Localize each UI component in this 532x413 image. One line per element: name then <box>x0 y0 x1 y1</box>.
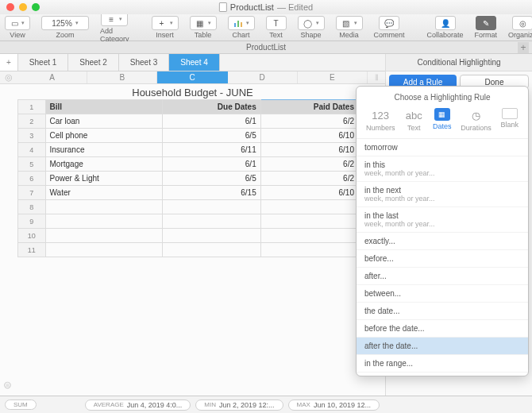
row-header[interactable]: 6 <box>18 172 46 186</box>
maximize-window[interactable] <box>32 3 40 11</box>
select-all-handle[interactable]: ◎ <box>0 71 17 83</box>
cell[interactable]: 6/1 <box>163 114 260 129</box>
cell[interactable] <box>260 200 358 214</box>
cell[interactable]: 6/5 <box>163 172 260 186</box>
row-header[interactable]: 10 <box>18 229 46 243</box>
rule-option[interactable]: in the range... <box>357 355 528 372</box>
rule-option[interactable]: the date... <box>357 303 528 320</box>
rule-option[interactable]: before the date... <box>357 320 528 338</box>
cell[interactable]: 6/11 <box>163 143 260 157</box>
view-button[interactable]: ▭▾ <box>5 16 30 30</box>
column-header-cell[interactable]: Paid Dates <box>260 100 358 114</box>
table-title[interactable]: Household Budget - JUNE <box>0 84 385 99</box>
cell[interactable]: 6/15 <box>163 186 260 200</box>
cell[interactable]: 6/10 <box>260 186 358 200</box>
cell[interactable]: Water <box>45 186 163 200</box>
cell[interactable]: Car loan <box>45 114 163 129</box>
row-header[interactable]: 9 <box>18 214 46 229</box>
cell[interactable]: 6/1 <box>163 157 260 172</box>
cell[interactable]: 6/10 <box>260 129 358 143</box>
brush-icon: ✎ <box>481 18 491 28</box>
cell[interactable] <box>45 214 163 229</box>
shape-button[interactable]: ◯▾ <box>298 16 325 30</box>
cell[interactable] <box>45 243 163 257</box>
cell[interactable]: Power & Light <box>45 172 163 186</box>
rule-option[interactable]: exactly... <box>357 233 528 250</box>
row-header[interactable]: 1 <box>18 100 46 114</box>
cell[interactable] <box>260 229 358 243</box>
media-button[interactable]: ▧▾ <box>336 16 363 30</box>
row-header[interactable]: 7 <box>18 186 46 200</box>
rule-option[interactable]: tomorrow <box>357 139 528 156</box>
column-header[interactable]: D <box>228 71 298 83</box>
cell[interactable]: Insurance <box>45 143 163 157</box>
rule-option[interactable]: between... <box>357 285 528 303</box>
scroll-handle[interactable]: ⦀ <box>368 71 385 83</box>
stat-max[interactable]: MAXJun 10, 2019 12... <box>288 399 380 411</box>
rule-option[interactable]: after the date... <box>357 338 528 355</box>
sheet-tab[interactable]: Sheet 3 <box>119 54 169 71</box>
rule-type-tab[interactable]: Blank <box>501 108 519 132</box>
cell[interactable] <box>45 200 163 214</box>
zoom-label: Zoom <box>56 31 74 39</box>
rule-option[interactable]: after... <box>357 268 528 285</box>
cell[interactable]: 6/5 <box>163 129 260 143</box>
row-header[interactable]: 5 <box>18 157 46 172</box>
row-header[interactable]: 8 <box>18 200 46 214</box>
rule-type-tab[interactable]: 123Numbers <box>366 108 395 132</box>
rule-type-tab[interactable]: abcText <box>404 108 423 132</box>
cell[interactable]: Cell phone <box>45 129 163 143</box>
row-header[interactable]: 4 <box>18 143 46 157</box>
cell[interactable] <box>260 243 358 257</box>
spreadsheet-table[interactable]: 1BillDue DatesPaid Dates2Car loan6/16/23… <box>17 99 359 257</box>
stat-min[interactable]: MINJun 2, 2019 12:... <box>195 399 283 411</box>
column-header[interactable]: B <box>87 71 157 83</box>
cell[interactable]: 6/2 <box>260 157 358 172</box>
rule-option[interactable]: before... <box>357 250 528 268</box>
column-header-cell[interactable]: Bill <box>45 100 163 114</box>
rule-type-tab[interactable]: ◷Durations <box>461 108 492 132</box>
column-header-cell[interactable]: Due Dates <box>163 100 260 114</box>
row-header[interactable]: 3 <box>18 129 46 143</box>
sheet-tab[interactable]: Sheet 1 <box>18 54 68 71</box>
rule-type-tab[interactable]: ▦Dates <box>433 108 452 132</box>
cell[interactable] <box>163 214 260 229</box>
add-sheet-corner[interactable]: + <box>518 42 529 53</box>
column-header[interactable]: E <box>298 71 368 83</box>
table-button[interactable]: ▦▾ <box>190 16 217 30</box>
add-row-handle[interactable]: ⊜ <box>3 379 12 391</box>
collaborate-button[interactable]: 👤 <box>435 16 456 30</box>
zoom-dropdown[interactable]: 125%▾ <box>41 16 89 30</box>
row-header[interactable]: 11 <box>18 243 46 257</box>
cell[interactable]: 6/2 <box>260 172 358 186</box>
stat-sum[interactable]: SUM <box>5 399 37 410</box>
cell[interactable] <box>45 229 163 243</box>
cell[interactable] <box>163 229 260 243</box>
cell[interactable]: Mortgage <box>45 157 163 172</box>
category-icon: ≡ <box>106 14 116 24</box>
insert-button[interactable]: +▾ <box>152 16 179 30</box>
edited-indicator: — Edited <box>277 2 313 12</box>
sheet-tab[interactable]: Sheet 2 <box>68 54 118 71</box>
rule-option[interactable]: in the lastweek, month or year... <box>357 207 528 233</box>
column-header[interactable]: C <box>157 71 227 83</box>
cell[interactable] <box>163 243 260 257</box>
minimize-window[interactable] <box>19 3 27 11</box>
row-header[interactable]: 2 <box>18 114 46 129</box>
cell[interactable] <box>260 214 358 229</box>
rule-option[interactable]: in thisweek, month or year... <box>357 156 528 182</box>
add-sheet-tab[interactable]: + <box>0 54 18 71</box>
rule-option[interactable]: in the nextweek, month or year... <box>357 182 528 207</box>
cell[interactable]: 6/10 <box>260 143 358 157</box>
text-button[interactable]: T <box>266 16 287 30</box>
comment-button[interactable]: 💬 <box>379 16 399 30</box>
sheet-tab[interactable]: Sheet 4 <box>169 54 219 71</box>
column-header[interactable]: A <box>17 71 87 83</box>
cell[interactable]: 6/2 <box>260 114 358 129</box>
organize-button[interactable]: ◎ <box>512 16 532 30</box>
format-button[interactable]: ✎ <box>476 16 496 30</box>
cell[interactable] <box>163 200 260 214</box>
close-window[interactable] <box>6 3 14 11</box>
stat-average[interactable]: AVERAGEJun 4, 2019 4:0... <box>85 399 191 411</box>
chart-button[interactable]: ▾ <box>228 16 255 30</box>
